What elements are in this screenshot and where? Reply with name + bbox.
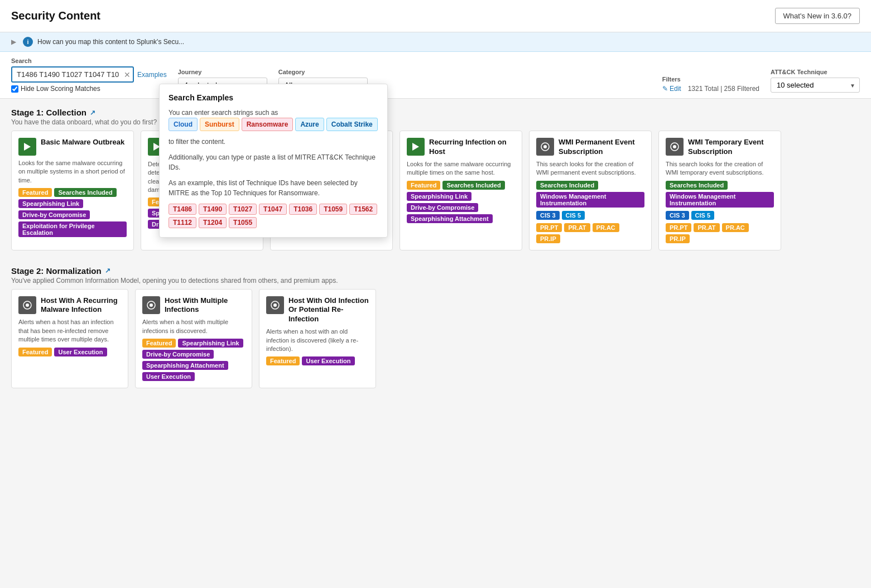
card-icon-grey — [536, 138, 554, 156]
tag-searches[interactable]: Searches Included — [666, 181, 728, 190]
tag-cis5[interactable]: CIS 5 — [562, 211, 585, 220]
card-title[interactable]: Host With A Recurring Malware Infection — [41, 296, 121, 315]
card-header: Host With Multiple Infections — [142, 296, 245, 315]
tech-t1036[interactable]: T1036 — [289, 204, 317, 215]
card-title[interactable]: WMI Permanent Event Subscription — [559, 138, 644, 157]
tag-driveby[interactable]: Drive-by Compromise — [407, 203, 478, 212]
stage2-title: Stage 2: Normalization ↗ — [11, 266, 860, 276]
tag-user-exec[interactable]: User Execution — [302, 356, 354, 365]
card-desc: This search looks for the creation of WM… — [536, 160, 644, 177]
tag-prip[interactable]: PR.IP — [536, 234, 560, 243]
tag-wmi[interactable]: Windows Management Instrumentation — [536, 192, 644, 208]
tag-featured[interactable]: Featured — [142, 339, 176, 348]
attck-group: ATT&CK Technique 10 selected — [771, 69, 860, 93]
attck-select[interactable]: 10 selected — [771, 78, 860, 93]
tag-driveby[interactable]: Drive-by Compromise — [142, 350, 214, 359]
stage2-ext-link[interactable]: ↗ — [105, 267, 110, 274]
card-basic-malware: Basic Malware Outbreak Looks for the sam… — [11, 131, 134, 250]
tag-spearphishing[interactable]: Spearphishing Link — [18, 199, 83, 208]
chip-ransomware[interactable]: Ransomware — [242, 118, 293, 131]
tag-user-exec[interactable]: User Execution — [142, 372, 195, 381]
main-content: Stage 1: Collection ↗ You have the data … — [0, 99, 871, 397]
tag-exploitation[interactable]: Exploitation for Privilege Escalation — [18, 221, 127, 237]
chip-azure[interactable]: Azure — [295, 118, 324, 131]
tech-t1490[interactable]: T1490 — [199, 204, 227, 215]
card-title[interactable]: Host With Multiple Infections — [165, 296, 245, 315]
chip-cobalt-strike[interactable]: Cobalt Strike — [326, 118, 378, 131]
popup-para3: As an example, this list of Technique ID… — [169, 178, 378, 198]
tag-prpt[interactable]: PR.PT — [536, 223, 562, 232]
tech-t1112[interactable]: T1112 — [169, 217, 196, 228]
tech-t1027[interactable]: T1027 — [229, 204, 257, 215]
tag-featured[interactable]: Featured — [407, 181, 440, 190]
tag-prac[interactable]: PR.AC — [722, 223, 749, 232]
tag-searches[interactable]: Searches Included — [442, 181, 504, 190]
attck-select-wrap: 10 selected — [771, 78, 860, 93]
stage1-ext-link[interactable]: ↗ — [90, 109, 95, 117]
card-header: WMI Temporary Event Subscription — [666, 138, 774, 157]
attck-label: ATT&CK Technique — [771, 69, 860, 75]
tag-spearphishing-attachment[interactable]: Spearphishing Attachment — [142, 361, 228, 370]
filters-edit-link[interactable]: ✎ Edit — [662, 85, 681, 93]
tag-prac[interactable]: PR.AC — [593, 223, 619, 232]
tech-t1047[interactable]: T1047 — [259, 204, 287, 215]
card-title[interactable]: WMI Temporary Event Subscription — [688, 138, 774, 157]
tag-prat[interactable]: PR.AT — [694, 223, 719, 232]
card-title[interactable]: Basic Malware Outbreak — [41, 138, 124, 147]
chip-cloud[interactable]: Cloud — [169, 118, 198, 131]
hide-low-scoring-checkbox[interactable] — [11, 85, 18, 93]
search-input[interactable] — [11, 66, 134, 83]
card-header: WMI Permanent Event Subscription — [536, 138, 644, 157]
tag-prpt[interactable]: PR.PT — [666, 223, 691, 232]
tag-spearphishing[interactable]: Spearphishing Link — [178, 339, 243, 348]
filters-group: Filters ✎ Edit 1321 Total | 258 Filtered — [662, 76, 759, 93]
info-bar: ▶ i How can you map this content to Splu… — [0, 32, 871, 52]
tag-searches[interactable]: Searches Included — [54, 188, 116, 197]
examples-link[interactable]: Examples — [137, 71, 167, 79]
tag-featured[interactable]: Featured — [18, 348, 52, 356]
stage2-desc: You've applied Common Information Model,… — [11, 277, 860, 285]
card-desc: Alerts when a host has an infection that… — [18, 318, 121, 344]
search-examples-popup: Search Examples You can enter search str… — [159, 84, 388, 238]
tech-t1055[interactable]: T1055 — [229, 217, 257, 228]
collapse-icon[interactable]: ▶ — [11, 38, 16, 46]
tag-featured[interactable]: Featured — [266, 356, 300, 365]
search-clear-icon[interactable]: ✕ — [124, 70, 131, 79]
tech-t1562[interactable]: T1562 — [349, 204, 377, 215]
card-title[interactable]: Host With Old Infection Or Potential Re-… — [288, 296, 369, 325]
tag-featured[interactable]: Featured — [18, 188, 52, 197]
tag-cis3[interactable]: CIS 3 — [666, 211, 689, 220]
stage1-header: Stage 1: Collection ↗ You have the data … — [11, 108, 860, 126]
tag-cis5[interactable]: CIS 5 — [691, 211, 715, 220]
card-desc: Looks for the same malware occurring mul… — [407, 160, 515, 177]
tag-wmi[interactable]: Windows Management Instrumentation — [666, 192, 774, 208]
svg-point-7 — [673, 145, 676, 148]
stage1-cards-row: Basic Malware Outbreak Looks for the sam… — [11, 131, 860, 255]
category-label: Category — [278, 69, 368, 75]
tech-t1486[interactable]: T1486 — [169, 204, 196, 215]
hide-low-scoring-label[interactable]: Hide Low Scoring Matches — [11, 85, 167, 93]
popup-title: Search Examples — [169, 93, 378, 102]
card-header: Basic Malware Outbreak — [18, 138, 127, 156]
tag-driveby[interactable]: Drive-by Compromise — [18, 210, 90, 219]
tech-t1059[interactable]: T1059 — [319, 204, 347, 215]
card-tags: Searches Included Windows Management Ins… — [536, 181, 644, 243]
chip-sunburst[interactable]: Sunburst — [200, 118, 239, 131]
card-desc: This search looks for the creation of WM… — [666, 160, 774, 177]
card-title[interactable]: Recurring Infection on Host — [429, 138, 515, 157]
svg-marker-0 — [24, 143, 31, 151]
card-icon-grey — [266, 296, 284, 314]
tag-user-exec[interactable]: User Execution — [54, 348, 107, 356]
card-icon-grey — [18, 296, 36, 314]
tag-searches[interactable]: Searches Included — [536, 181, 598, 190]
tag-cis3[interactable]: CIS 3 — [536, 211, 560, 220]
svg-point-5 — [543, 145, 547, 148]
tag-spearphishing[interactable]: Spearphishing Link — [407, 192, 471, 201]
card-wmi-temporary: WMI Temporary Event Subscription This se… — [658, 131, 781, 250]
tag-spearphishing-attachment[interactable]: Spearphishing Attachment — [407, 214, 493, 223]
tech-t1204[interactable]: T1204 — [199, 217, 227, 228]
card-icon-green — [407, 138, 425, 156]
whats-new-button[interactable]: What's New in 3.6.0? — [775, 8, 860, 24]
tag-prip[interactable]: PR.IP — [666, 234, 690, 243]
tag-prat[interactable]: PR.AT — [564, 223, 590, 232]
